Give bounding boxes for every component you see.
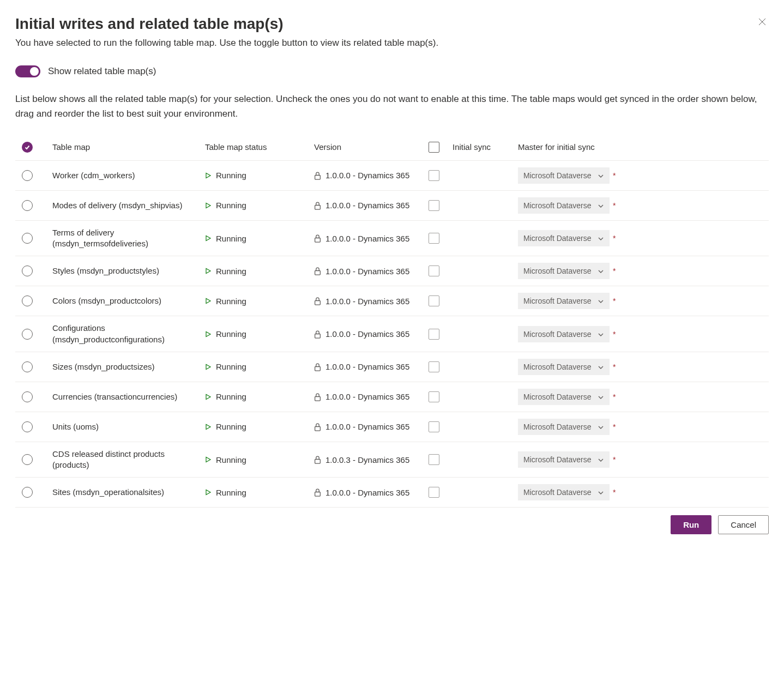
chevron-down-icon [598, 202, 604, 209]
close-icon [758, 17, 767, 26]
svg-rect-23 [315, 492, 321, 497]
table-row[interactable]: Styles (msdyn_productstyles) Running [15, 256, 769, 286]
initial-sync-checkbox[interactable] [429, 391, 439, 402]
svg-marker-10 [206, 299, 210, 304]
version-text: 1.0.0.0 - Dynamics 365 [325, 422, 409, 431]
lock-icon [314, 363, 321, 371]
play-icon [205, 172, 212, 179]
chevron-down-icon [598, 364, 604, 370]
row-radio[interactable] [22, 361, 33, 372]
status-text: Running [216, 201, 246, 210]
svg-rect-21 [315, 460, 321, 464]
row-radio[interactable] [22, 200, 33, 211]
initial-sync-checkbox[interactable] [429, 170, 439, 181]
row-radio[interactable] [22, 421, 33, 432]
row-radio[interactable] [22, 295, 33, 306]
svg-rect-5 [315, 205, 321, 209]
svg-marker-6 [206, 236, 210, 241]
table-row[interactable]: Currencies (transactioncurrencies) Runni… [15, 382, 769, 412]
select-all-icon[interactable] [22, 142, 33, 153]
initial-sync-checkbox[interactable] [429, 200, 439, 211]
close-button[interactable] [756, 15, 769, 28]
play-icon [205, 364, 212, 370]
table-row[interactable]: Modes of delivery (msdyn_shipvias) Runni… [15, 190, 769, 220]
initial-sync-header-checkbox[interactable] [429, 142, 439, 153]
master-dropdown[interactable]: Microsoft Dataverse [518, 293, 610, 309]
play-icon [205, 202, 212, 209]
initial-sync-checkbox[interactable] [429, 329, 439, 340]
master-dropdown[interactable]: Microsoft Dataverse [518, 389, 610, 405]
table-maps-table: Table map Table map status Version Initi… [15, 136, 769, 508]
svg-marker-8 [206, 269, 210, 274]
master-dropdown[interactable]: Microsoft Dataverse [518, 230, 610, 246]
version-text: 1.0.0.0 - Dynamics 365 [325, 329, 409, 339]
table-row[interactable]: Terms of delivery (msdyn_termsofdeliveri… [15, 220, 769, 256]
lock-icon [314, 488, 321, 496]
table-map-name: CDS released distinct products (products… [52, 449, 196, 471]
table-row[interactable]: CDS released distinct products (products… [15, 442, 769, 478]
initial-sync-checkbox[interactable] [429, 295, 439, 306]
master-dropdown[interactable]: Microsoft Dataverse [518, 167, 610, 184]
required-marker: * [613, 330, 616, 338]
status-text: Running [216, 455, 246, 464]
initial-sync-checkbox[interactable] [429, 421, 439, 432]
row-radio[interactable] [22, 487, 33, 498]
svg-rect-11 [315, 301, 321, 305]
table-row[interactable]: Worker (cdm_workers) Running [15, 160, 769, 190]
svg-marker-14 [206, 364, 210, 369]
show-related-toggle[interactable] [15, 65, 40, 77]
row-radio[interactable] [22, 233, 33, 244]
initial-sync-checkbox[interactable] [429, 454, 439, 465]
master-dropdown[interactable]: Microsoft Dataverse [518, 326, 610, 342]
row-radio[interactable] [22, 329, 33, 340]
master-dropdown[interactable]: Microsoft Dataverse [518, 484, 610, 500]
table-row[interactable]: Sites (msdyn_operationalsites) Running [15, 478, 769, 508]
required-marker: * [613, 297, 616, 305]
table-row[interactable]: Sizes (msdyn_productsizes) Running [15, 352, 769, 382]
row-radio[interactable] [22, 265, 33, 276]
table-row[interactable]: Units (uoms) Running 1.0 [15, 412, 769, 442]
chevron-down-icon [598, 489, 604, 496]
svg-rect-19 [315, 426, 321, 431]
row-radio[interactable] [22, 454, 33, 465]
master-dropdown[interactable]: Microsoft Dataverse [518, 359, 610, 375]
svg-marker-20 [206, 457, 210, 462]
table-map-name: Terms of delivery (msdyn_termsofdeliveri… [52, 227, 196, 250]
row-radio[interactable] [22, 170, 33, 181]
required-marker: * [613, 363, 616, 371]
page-title: Initial writes and related table map(s) [15, 15, 284, 33]
col-header-version: Version [310, 136, 424, 161]
master-dropdown-value: Microsoft Dataverse [523, 201, 591, 210]
table-map-name: Configurations (msdyn_productconfigurati… [52, 323, 196, 345]
master-dropdown[interactable]: Microsoft Dataverse [518, 263, 610, 279]
chevron-down-icon [598, 394, 604, 400]
instruction-text: List below shows all the related table m… [15, 92, 769, 121]
svg-rect-3 [315, 175, 321, 179]
status-text: Running [216, 297, 246, 306]
initial-sync-checkbox[interactable] [429, 361, 439, 372]
svg-rect-13 [315, 334, 321, 338]
master-dropdown[interactable]: Microsoft Dataverse [518, 197, 610, 214]
master-dropdown[interactable]: Microsoft Dataverse [518, 451, 610, 468]
table-row[interactable]: Colors (msdyn_productcolors) Running [15, 286, 769, 316]
col-header-master: Master for initial sync [514, 136, 769, 161]
row-radio[interactable] [22, 391, 33, 402]
status-text: Running [216, 267, 246, 276]
cancel-button[interactable]: Cancel [718, 515, 769, 534]
master-dropdown-value: Microsoft Dataverse [523, 455, 591, 464]
initial-sync-checkbox[interactable] [429, 233, 439, 244]
initial-sync-checkbox[interactable] [429, 487, 439, 498]
master-dropdown[interactable]: Microsoft Dataverse [518, 419, 610, 435]
table-row[interactable]: Configurations (msdyn_productconfigurati… [15, 316, 769, 352]
table-map-name: Worker (cdm_workers) [52, 170, 196, 181]
svg-rect-9 [315, 271, 321, 275]
svg-marker-22 [206, 490, 210, 495]
status-text: Running [216, 329, 246, 339]
lock-icon [314, 330, 321, 338]
run-button[interactable]: Run [671, 515, 711, 534]
version-text: 1.0.0.0 - Dynamics 365 [325, 392, 409, 401]
initial-sync-checkbox[interactable] [429, 265, 439, 276]
table-map-name: Sizes (msdyn_productsizes) [52, 361, 196, 372]
required-marker: * [613, 234, 616, 242]
required-marker: * [613, 393, 616, 401]
